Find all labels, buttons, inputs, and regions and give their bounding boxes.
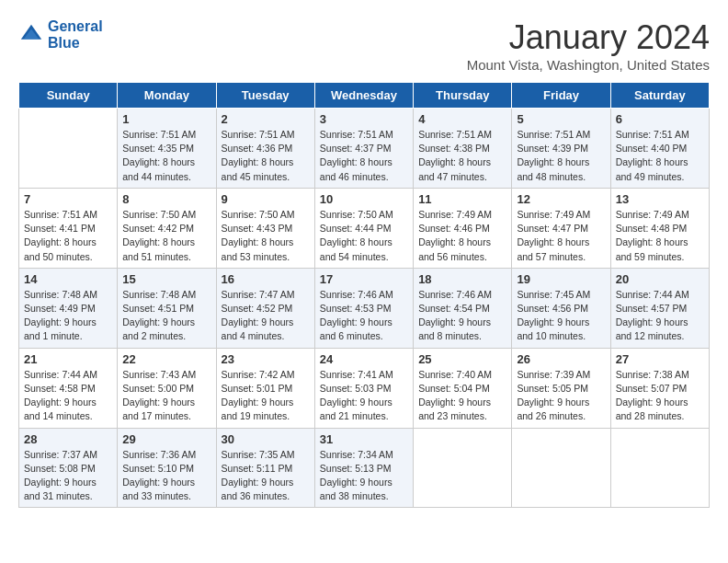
weekday-header-wednesday: Wednesday: [314, 83, 413, 109]
day-number: 10: [320, 192, 408, 206]
calendar-cell: 18Sunrise: 7:46 AMSunset: 4:54 PMDayligh…: [414, 268, 512, 348]
day-info: Sunrise: 7:34 AMSunset: 5:13 PMDaylight:…: [320, 448, 408, 504]
day-number: 21: [24, 352, 112, 366]
day-number: 2: [222, 112, 310, 126]
day-number: 29: [122, 432, 210, 446]
day-info: Sunrise: 7:51 AMSunset: 4:37 PMDaylight:…: [320, 128, 408, 184]
calendar-cell: 2Sunrise: 7:51 AMSunset: 4:36 PMDaylight…: [216, 109, 314, 189]
day-info: Sunrise: 7:39 AMSunset: 5:05 PMDaylight:…: [517, 368, 605, 424]
day-number: 1: [122, 112, 210, 126]
day-number: 5: [517, 112, 605, 126]
day-info: Sunrise: 7:45 AMSunset: 4:56 PMDaylight:…: [517, 288, 605, 344]
day-info: Sunrise: 7:49 AMSunset: 4:48 PMDaylight:…: [616, 208, 704, 264]
day-info: Sunrise: 7:37 AMSunset: 5:08 PMDaylight:…: [24, 448, 112, 504]
calendar-cell: 28Sunrise: 7:37 AMSunset: 5:08 PMDayligh…: [19, 428, 118, 508]
logo-text: General Blue: [48, 18, 103, 51]
calendar-cell: 19Sunrise: 7:45 AMSunset: 4:56 PMDayligh…: [512, 268, 610, 348]
day-number: 20: [616, 272, 704, 286]
day-number: 30: [222, 432, 310, 446]
page-header: General Blue January 2024 Mount Vista, W…: [18, 18, 710, 73]
day-number: 13: [616, 192, 704, 206]
logo-icon: [18, 22, 44, 48]
calendar-cell: 3Sunrise: 7:51 AMSunset: 4:37 PMDaylight…: [314, 109, 413, 189]
day-info: Sunrise: 7:48 AMSunset: 4:49 PMDaylight:…: [24, 288, 112, 344]
calendar-cell: 24Sunrise: 7:41 AMSunset: 5:03 PMDayligh…: [314, 348, 413, 428]
day-number: 19: [517, 272, 605, 286]
day-number: 27: [616, 352, 704, 366]
calendar-cell: 17Sunrise: 7:46 AMSunset: 4:53 PMDayligh…: [314, 268, 413, 348]
day-number: 25: [418, 352, 506, 366]
day-number: 7: [24, 192, 112, 206]
day-number: 15: [122, 272, 210, 286]
title-block: January 2024 Mount Vista, Washington, Un…: [467, 18, 710, 73]
weekday-header-friday: Friday: [512, 83, 610, 109]
calendar-cell: 23Sunrise: 7:42 AMSunset: 5:01 PMDayligh…: [216, 348, 314, 428]
calendar-cell: 10Sunrise: 7:50 AMSunset: 4:44 PMDayligh…: [314, 188, 413, 268]
calendar-cell: 9Sunrise: 7:50 AMSunset: 4:43 PMDaylight…: [216, 188, 314, 268]
day-number: 23: [222, 352, 310, 366]
day-info: Sunrise: 7:47 AMSunset: 4:52 PMDaylight:…: [222, 288, 310, 344]
calendar-cell: [610, 428, 709, 508]
location: Mount Vista, Washington, United States: [467, 57, 710, 73]
calendar-cell: 12Sunrise: 7:49 AMSunset: 4:47 PMDayligh…: [512, 188, 610, 268]
calendar-cell: 1Sunrise: 7:51 AMSunset: 4:35 PMDaylight…: [118, 109, 216, 189]
day-info: Sunrise: 7:43 AMSunset: 5:00 PMDaylight:…: [122, 368, 210, 424]
weekday-header-sunday: Sunday: [19, 83, 118, 109]
calendar-cell: 29Sunrise: 7:36 AMSunset: 5:10 PMDayligh…: [118, 428, 216, 508]
day-number: 3: [320, 112, 408, 126]
weekday-header-tuesday: Tuesday: [216, 83, 314, 109]
day-info: Sunrise: 7:51 AMSunset: 4:40 PMDaylight:…: [616, 128, 704, 184]
day-info: Sunrise: 7:50 AMSunset: 4:43 PMDaylight:…: [222, 208, 310, 264]
day-number: 14: [24, 272, 112, 286]
day-info: Sunrise: 7:46 AMSunset: 4:53 PMDaylight:…: [320, 288, 408, 344]
calendar-cell: [414, 428, 512, 508]
calendar-week-row: 1Sunrise: 7:51 AMSunset: 4:35 PMDaylight…: [19, 109, 710, 189]
day-info: Sunrise: 7:51 AMSunset: 4:39 PMDaylight:…: [517, 128, 605, 184]
day-number: 11: [418, 192, 506, 206]
calendar-cell: 15Sunrise: 7:48 AMSunset: 4:51 PMDayligh…: [118, 268, 216, 348]
calendar-cell: 31Sunrise: 7:34 AMSunset: 5:13 PMDayligh…: [314, 428, 413, 508]
day-number: 16: [222, 272, 310, 286]
calendar-cell: 5Sunrise: 7:51 AMSunset: 4:39 PMDaylight…: [512, 109, 610, 189]
calendar-cell: 6Sunrise: 7:51 AMSunset: 4:40 PMDaylight…: [610, 109, 709, 189]
day-info: Sunrise: 7:41 AMSunset: 5:03 PMDaylight:…: [320, 368, 408, 424]
calendar-week-row: 7Sunrise: 7:51 AMSunset: 4:41 PMDaylight…: [19, 188, 710, 268]
day-info: Sunrise: 7:46 AMSunset: 4:54 PMDaylight:…: [418, 288, 506, 344]
month-title: January 2024: [467, 18, 710, 57]
calendar-cell: 22Sunrise: 7:43 AMSunset: 5:00 PMDayligh…: [118, 348, 216, 428]
day-number: 24: [320, 352, 408, 366]
calendar-cell: 14Sunrise: 7:48 AMSunset: 4:49 PMDayligh…: [19, 268, 118, 348]
day-number: 26: [517, 352, 605, 366]
day-info: Sunrise: 7:44 AMSunset: 4:58 PMDaylight:…: [24, 368, 112, 424]
day-number: 4: [418, 112, 506, 126]
day-number: 18: [418, 272, 506, 286]
calendar-cell: 13Sunrise: 7:49 AMSunset: 4:48 PMDayligh…: [610, 188, 709, 268]
weekday-header-monday: Monday: [118, 83, 216, 109]
day-info: Sunrise: 7:50 AMSunset: 4:44 PMDaylight:…: [320, 208, 408, 264]
calendar-table: SundayMondayTuesdayWednesdayThursdayFrid…: [18, 82, 710, 508]
day-info: Sunrise: 7:40 AMSunset: 5:04 PMDaylight:…: [418, 368, 506, 424]
day-info: Sunrise: 7:42 AMSunset: 5:01 PMDaylight:…: [222, 368, 310, 424]
calendar-cell: 8Sunrise: 7:50 AMSunset: 4:42 PMDaylight…: [118, 188, 216, 268]
calendar-cell: 7Sunrise: 7:51 AMSunset: 4:41 PMDaylight…: [19, 188, 118, 268]
day-info: Sunrise: 7:51 AMSunset: 4:38 PMDaylight:…: [418, 128, 506, 184]
day-number: 8: [122, 192, 210, 206]
calendar-cell: 11Sunrise: 7:49 AMSunset: 4:46 PMDayligh…: [414, 188, 512, 268]
day-info: Sunrise: 7:51 AMSunset: 4:35 PMDaylight:…: [122, 128, 210, 184]
day-number: 12: [517, 192, 605, 206]
day-info: Sunrise: 7:44 AMSunset: 4:57 PMDaylight:…: [616, 288, 704, 344]
day-info: Sunrise: 7:36 AMSunset: 5:10 PMDaylight:…: [122, 448, 210, 504]
calendar-cell: 27Sunrise: 7:38 AMSunset: 5:07 PMDayligh…: [610, 348, 709, 428]
day-info: Sunrise: 7:49 AMSunset: 4:47 PMDaylight:…: [517, 208, 605, 264]
weekday-header-saturday: Saturday: [610, 83, 709, 109]
calendar-cell: 30Sunrise: 7:35 AMSunset: 5:11 PMDayligh…: [216, 428, 314, 508]
day-number: 22: [122, 352, 210, 366]
day-info: Sunrise: 7:48 AMSunset: 4:51 PMDaylight:…: [122, 288, 210, 344]
weekday-header-thursday: Thursday: [414, 83, 512, 109]
calendar-cell: 20Sunrise: 7:44 AMSunset: 4:57 PMDayligh…: [610, 268, 709, 348]
day-info: Sunrise: 7:50 AMSunset: 4:42 PMDaylight:…: [122, 208, 210, 264]
calendar-cell: 26Sunrise: 7:39 AMSunset: 5:05 PMDayligh…: [512, 348, 610, 428]
calendar-cell: 16Sunrise: 7:47 AMSunset: 4:52 PMDayligh…: [216, 268, 314, 348]
calendar-cell: 25Sunrise: 7:40 AMSunset: 5:04 PMDayligh…: [414, 348, 512, 428]
day-number: 31: [320, 432, 408, 446]
